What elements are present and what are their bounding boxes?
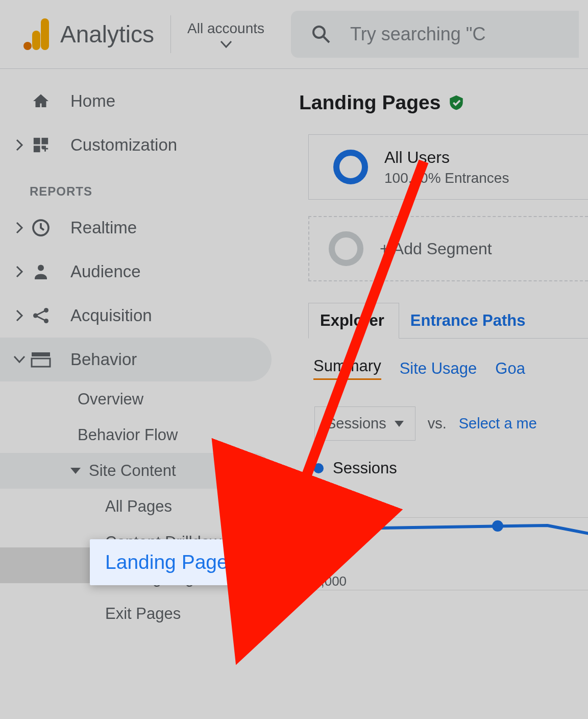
svg-rect-14	[32, 352, 50, 356]
select-metric-link[interactable]: Select a me	[459, 415, 537, 432]
nav-home[interactable]: Home	[0, 79, 299, 123]
subtab-row: Summary Site Usage Goa	[308, 348, 588, 389]
caret-down-icon	[395, 421, 404, 427]
chart-line	[313, 489, 588, 621]
tab-row: Explorer Entrance Paths	[308, 303, 588, 339]
subnav-overview[interactable]: Overview	[0, 381, 272, 417]
ring-icon	[329, 231, 363, 266]
subnav-site-content[interactable]: Site Content	[0, 453, 272, 489]
svg-point-2	[23, 42, 32, 50]
brand-label: Analytics	[60, 20, 154, 48]
svg-rect-15	[32, 358, 50, 367]
chevron-right-icon	[16, 266, 23, 277]
home-icon	[31, 91, 51, 111]
chart-point	[332, 523, 343, 535]
subtab-site-usage[interactable]: Site Usage	[400, 360, 477, 378]
svg-rect-0	[41, 18, 49, 50]
verified-shield-icon	[448, 94, 465, 111]
nav-behavior[interactable]: Behavior	[0, 338, 272, 381]
chart-legend: Sessions	[313, 459, 588, 477]
chevron-right-icon	[16, 222, 23, 233]
metric-select[interactable]: Sessions	[314, 406, 415, 441]
page-title: Landing Pages	[299, 91, 440, 114]
svg-rect-6	[41, 138, 48, 145]
search-input[interactable]: Try searching "C	[291, 11, 579, 58]
nav-audience[interactable]: Audience	[0, 250, 299, 294]
highlight-label: Landing Pages	[105, 551, 238, 573]
search-icon	[311, 25, 331, 44]
nav-acquisition[interactable]: Acquisition	[0, 294, 299, 338]
chart-point	[492, 520, 503, 532]
svg-point-3	[313, 27, 325, 38]
svg-rect-5	[34, 138, 40, 145]
segment-sub: 100.00% Entrances	[384, 170, 509, 186]
nav-realtime[interactable]: Realtime	[0, 206, 299, 250]
share-icon	[31, 305, 51, 326]
dashboard-icon	[31, 135, 51, 155]
header-divider	[170, 15, 171, 53]
nav-customization[interactable]: Customization	[0, 123, 299, 167]
svg-rect-7	[34, 146, 40, 152]
vs-label: vs.	[428, 415, 447, 432]
main-content: Landing Pages All Users 100.00% Entrance…	[299, 69, 588, 719]
account-picker[interactable]: All accounts	[187, 20, 264, 48]
app-header: Analytics All accounts Try searching "C	[0, 0, 588, 69]
chevron-down-icon	[14, 356, 25, 363]
ring-icon	[333, 150, 368, 184]
legend-dot-icon	[313, 463, 324, 473]
tab-explorer[interactable]: Explorer	[308, 303, 399, 339]
caret-down-icon	[220, 41, 232, 48]
tab-entrance-paths[interactable]: Entrance Paths	[399, 303, 540, 338]
subnav-behavior-flow[interactable]: Behavior Flow	[0, 417, 272, 453]
svg-rect-1	[32, 31, 40, 50]
account-picker-label: All accounts	[187, 20, 264, 37]
legend-label: Sessions	[333, 459, 397, 477]
chevron-right-icon	[16, 139, 23, 151]
subtab-summary[interactable]: Summary	[313, 357, 381, 380]
metric-row: Sessions vs. Select a me	[314, 406, 588, 441]
subnav-all-pages[interactable]: All Pages	[0, 489, 272, 524]
add-segment[interactable]: + Add Segment	[308, 216, 588, 281]
search-placeholder: Try searching "C	[350, 23, 486, 45]
sidebar: Home Customization REPORTS Realt	[0, 69, 299, 719]
segment-name: All Users	[384, 148, 509, 167]
sessions-chart: 4,000 2,000	[313, 489, 588, 621]
highlight-landing-pages[interactable]: Landing Pages	[90, 539, 304, 585]
sidebar-section-reports: REPORTS	[0, 167, 299, 206]
behavior-icon	[31, 349, 51, 370]
subnav-exit-pages[interactable]: Exit Pages	[0, 596, 272, 632]
svg-point-10	[38, 265, 44, 271]
subtab-goal[interactable]: Goa	[495, 360, 525, 378]
svg-line-4	[324, 37, 329, 42]
caret-down-icon	[70, 468, 81, 474]
clock-icon	[31, 218, 51, 238]
brand-block: Analytics	[9, 18, 154, 50]
analytics-logo-icon	[23, 18, 49, 50]
chevron-right-icon	[16, 310, 23, 321]
segment-all-users[interactable]: All Users 100.00% Entrances	[308, 134, 588, 200]
add-segment-label: + Add Segment	[380, 239, 492, 258]
person-icon	[31, 261, 51, 282]
page-title-row: Landing Pages	[299, 91, 588, 114]
